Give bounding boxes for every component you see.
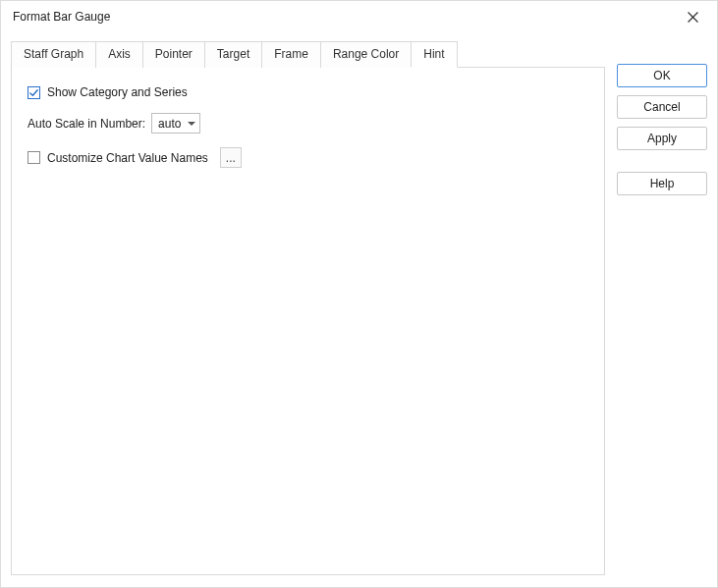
titlebar: Format Bar Gauge <box>1 1 717 32</box>
tab-area: Staff Graph Axis Pointer Target Frame Ra… <box>11 40 605 575</box>
show-category-checkbox[interactable] <box>28 86 40 99</box>
close-button[interactable] <box>678 2 707 31</box>
dialog-body: Staff Graph Axis Pointer Target Frame Ra… <box>1 32 717 587</box>
customize-row: Customize Chart Value Names ... <box>28 147 588 168</box>
button-column: OK Cancel Apply Help <box>617 40 707 575</box>
show-category-row: Show Category and Series <box>28 85 588 99</box>
customize-ellipsis-button[interactable]: ... <box>220 147 242 168</box>
tab-range-color[interactable]: Range Color <box>320 41 412 68</box>
tab-hint[interactable]: Hint <box>411 41 457 68</box>
hint-panel: Show Category and Series Auto Scale in N… <box>11 67 605 575</box>
tab-staff-graph[interactable]: Staff Graph <box>11 41 96 68</box>
format-bar-gauge-dialog: Format Bar Gauge Staff Graph Axis Pointe… <box>0 0 718 588</box>
auto-scale-label: Auto Scale in Number: <box>28 117 145 131</box>
show-category-label: Show Category and Series <box>47 85 188 99</box>
customize-checkbox[interactable] <box>28 151 40 164</box>
help-button[interactable]: Help <box>617 172 707 195</box>
tab-strip: Staff Graph Axis Pointer Target Frame Ra… <box>11 40 605 67</box>
tab-frame[interactable]: Frame <box>261 41 321 68</box>
apply-button[interactable]: Apply <box>617 127 707 150</box>
tab-target[interactable]: Target <box>204 41 262 68</box>
auto-scale-select[interactable]: auto <box>151 113 200 134</box>
ok-button[interactable]: OK <box>617 64 707 87</box>
tab-pointer[interactable]: Pointer <box>142 41 205 68</box>
dialog-title: Format Bar Gauge <box>13 10 110 24</box>
check-icon <box>28 87 39 98</box>
auto-scale-value: auto <box>158 117 181 131</box>
chevron-down-icon <box>188 122 195 126</box>
close-icon <box>688 12 698 23</box>
tab-axis[interactable]: Axis <box>95 41 143 68</box>
cancel-button[interactable]: Cancel <box>617 95 707 119</box>
customize-label: Customize Chart Value Names <box>47 151 208 165</box>
auto-scale-row: Auto Scale in Number: auto <box>28 113 588 134</box>
